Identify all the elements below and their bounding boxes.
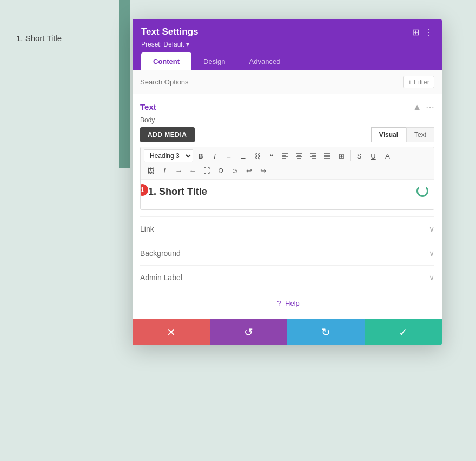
text-section-icons: ▲ ⋯ [413, 102, 434, 112]
toolbar-row-1: Heading 3 Heading 1 Heading 2 Heading 4 … [144, 149, 431, 162]
cancel-button[interactable]: ✕ [133, 319, 210, 345]
save-icon: ✓ [399, 326, 408, 339]
modal-header-top: Text Settings ⛶ ⊞ ⋮ [141, 27, 433, 37]
modal-footer: ✕ ↺ ↻ ✓ [133, 319, 442, 345]
editor-top-row: ADD MEDIA Visual Text [140, 127, 434, 147]
numbered-badge: 1 [140, 184, 148, 196]
strikethrough-button[interactable]: S [353, 149, 366, 162]
layout-icon[interactable]: ⊞ [412, 27, 419, 37]
image-button[interactable]: 🖼 [144, 164, 157, 177]
link-chevron-icon: ∨ [429, 225, 434, 233]
background-chevron-icon: ∨ [429, 249, 434, 258]
editor-wrapper: Heading 3 Heading 1 Heading 2 Heading 4 … [140, 147, 434, 210]
emoji-button[interactable]: ☺ [228, 164, 241, 177]
modal-title: Text Settings [141, 27, 198, 37]
search-input[interactable] [140, 78, 403, 86]
redo-button[interactable]: ↪ [256, 164, 269, 177]
align-right-button[interactable] [307, 149, 320, 162]
page-background: 1. Short Title Text Settings ⛶ ⊞ ⋮ Prese… [0, 0, 476, 461]
green-sidebar [119, 0, 130, 168]
tab-content[interactable]: Content [141, 52, 191, 70]
text-section-title: Text [140, 102, 156, 111]
modal-content: Text ▲ ⋯ Body ADD MEDIA Visual Text [133, 94, 442, 319]
short-title-text: 1. Short Title [16, 34, 62, 43]
font-color-button[interactable]: A̲ [381, 149, 394, 162]
background-label: Background [140, 249, 181, 258]
heading-select[interactable]: Heading 3 Heading 1 Heading 2 Heading 4 … [144, 149, 193, 162]
bold-button[interactable]: B [194, 149, 207, 162]
indent-button[interactable]: → [172, 164, 185, 177]
align-justify-button[interactable] [321, 149, 334, 162]
reset-button[interactable]: ↺ [210, 319, 287, 345]
editor-text[interactable]: 1. Short Title [148, 186, 426, 197]
help-label: Help [285, 299, 300, 307]
link-button[interactable]: ⛓ [250, 149, 263, 162]
italic2-button[interactable]: I [158, 164, 171, 177]
text-button[interactable]: Text [406, 127, 434, 142]
admin-label-label: Admin Label [140, 273, 182, 282]
add-media-button[interactable]: ADD MEDIA [140, 127, 195, 142]
filter-button[interactable]: + Filter [403, 76, 434, 88]
special-char-button[interactable]: Ω [214, 164, 227, 177]
redo-icon: ↻ [321, 326, 330, 339]
undo-button[interactable]: ↩ [242, 164, 255, 177]
align-left-button[interactable] [279, 149, 292, 162]
modal-header: Text Settings ⛶ ⊞ ⋮ Preset: Default ▾ Co… [133, 19, 442, 70]
help-section[interactable]: ? Help [140, 289, 434, 312]
visual-button[interactable]: Visual [371, 127, 406, 142]
unordered-list-button[interactable]: ≡ [222, 149, 235, 162]
help-icon: ? [277, 299, 281, 307]
toolbar-row-2: 🖼 I → ← ⛶ Ω ☺ ↩ ↪ [144, 164, 431, 177]
admin-chevron-icon: ∨ [429, 273, 434, 282]
fullscreen2-button[interactable]: ⛶ [200, 164, 213, 177]
cancel-icon: ✕ [167, 326, 176, 339]
text-section-header: Text ▲ ⋯ [140, 94, 434, 116]
visual-text-toggle: Visual Text [371, 127, 434, 142]
table-button[interactable]: ⊞ [335, 149, 348, 162]
text-settings-modal: Text Settings ⛶ ⊞ ⋮ Preset: Default ▾ Co… [133, 19, 442, 345]
modal-tabs: Content Design Advanced [141, 52, 433, 70]
link-section[interactable]: Link ∨ [140, 216, 434, 241]
link-label: Link [140, 225, 154, 233]
underline-button[interactable]: U [367, 149, 380, 162]
ordered-list-button[interactable]: ≣ [236, 149, 249, 162]
toolbar-separator [350, 150, 351, 161]
italic-button[interactable]: I [208, 149, 221, 162]
align-center-button[interactable] [293, 149, 306, 162]
filter-label: + Filter [408, 78, 429, 86]
fullscreen-icon[interactable]: ⛶ [398, 27, 407, 37]
body-label: Body [140, 116, 434, 124]
loading-indicator [416, 185, 428, 197]
tab-design[interactable]: Design [191, 52, 237, 70]
modal-header-icons: ⛶ ⊞ ⋮ [398, 27, 433, 37]
section-more-icon[interactable]: ⋯ [426, 102, 434, 112]
background-section[interactable]: Background ∨ [140, 241, 434, 265]
redo-footer-button[interactable]: ↻ [287, 319, 365, 345]
collapse-icon[interactable]: ▲ [413, 102, 421, 112]
reset-icon: ↺ [244, 326, 253, 339]
save-button[interactable]: ✓ [365, 319, 442, 345]
editor-body[interactable]: 1 1. Short Title [141, 180, 434, 209]
tab-advanced[interactable]: Advanced [237, 52, 293, 70]
modal-preset[interactable]: Preset: Default ▾ [141, 41, 433, 48]
outdent-button[interactable]: ← [186, 164, 199, 177]
editor-toolbar: Heading 3 Heading 1 Heading 2 Heading 4 … [141, 147, 434, 180]
admin-label-section[interactable]: Admin Label ∨ [140, 265, 434, 289]
search-bar: + Filter [133, 70, 442, 94]
blockquote-button[interactable]: ❝ [265, 149, 277, 162]
more-icon[interactable]: ⋮ [425, 27, 433, 37]
